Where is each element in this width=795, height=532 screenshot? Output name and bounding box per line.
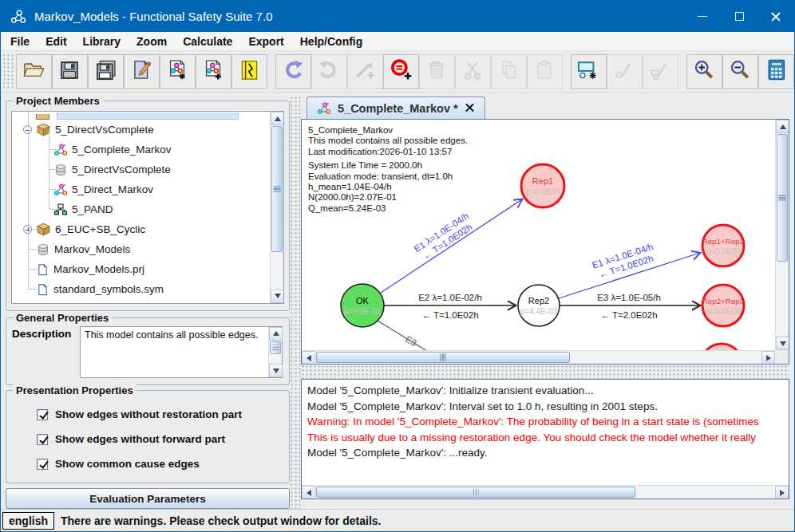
- description-input[interactable]: This model contains all possible edges.: [81, 327, 268, 377]
- copy-button: [491, 54, 527, 89]
- menu-zoom[interactable]: Zoom: [129, 33, 175, 49]
- general-properties-title: General Properties: [13, 312, 112, 324]
- menu-help-config[interactable]: Help/Config: [292, 33, 371, 49]
- state-node-rep2-rep3[interactable]: Rep2+Rep3p=0.0E00: [702, 285, 745, 326]
- tree-item-label: Markov_Models.prj: [53, 263, 144, 275]
- diagram-vertical-scrollbar[interactable]: [775, 120, 789, 350]
- tree-item-6-euc-sb-cyclic[interactable]: 6_EUC+SB_Cyclic: [12, 219, 270, 239]
- save-all-icon: [95, 60, 117, 84]
- zoom-in-button[interactable]: [686, 54, 722, 89]
- add-model-button[interactable]: [196, 54, 231, 89]
- add-restoration-edge-button[interactable]: [383, 54, 419, 89]
- scrollbar-thumb[interactable]: [777, 134, 788, 262]
- tree-guide-line: [28, 269, 38, 270]
- scroll-up-button[interactable]: [269, 327, 283, 341]
- scroll-down-button[interactable]: [776, 337, 789, 350]
- scrollbar-track[interactable]: [315, 351, 761, 364]
- scroll-down-button[interactable]: [269, 364, 283, 377]
- undo-button[interactable]: [275, 54, 311, 89]
- checkbox-checked-icon[interactable]: [37, 459, 48, 470]
- edge-line[interactable]: [559, 253, 700, 298]
- svg-text:← T=1.0E02h: ← T=1.0E02h: [421, 310, 478, 320]
- scroll-up-button[interactable]: [776, 120, 789, 133]
- horizontal-splitter[interactable]: [301, 365, 789, 379]
- menu-export[interactable]: Export: [240, 33, 291, 49]
- new-state-button[interactable]: [571, 54, 607, 89]
- menu-library[interactable]: Library: [75, 33, 129, 49]
- tab-5-complete-markov[interactable]: 5_Complete_Markov *: [307, 97, 485, 119]
- new-model-button[interactable]: [160, 54, 196, 89]
- scrollbar-track[interactable]: [776, 133, 789, 337]
- tree-item-label: Markov_Models: [54, 243, 130, 255]
- edge-line[interactable]: [378, 321, 433, 352]
- calculator-button[interactable]: [758, 54, 794, 89]
- scroll-up-button[interactable]: [271, 112, 284, 125]
- tab-close-icon[interactable]: [465, 103, 475, 113]
- state-node-rep1[interactable]: Rep1p=0.0E00: [521, 164, 564, 207]
- svg-text:p=0.0E00: p=0.0E00: [706, 307, 741, 316]
- svg-text:E3: E3: [404, 334, 418, 349]
- scrollbar-thumb[interactable]: [271, 126, 283, 252]
- tree-item-markov-models[interactable]: Markov_Models: [12, 239, 270, 259]
- menu-file[interactable]: File: [2, 33, 38, 49]
- checkbox-checked-icon[interactable]: [37, 434, 48, 445]
- tab-bar: 5_Complete_Markov *: [301, 96, 789, 119]
- checkbox-show-edges-without-restoration-part[interactable]: Show edges without restoration part: [37, 408, 289, 420]
- menu-calculate[interactable]: Calculate: [175, 33, 240, 49]
- scrollbar-thumb[interactable]: [316, 352, 570, 363]
- scroll-down-button[interactable]: [271, 290, 284, 303]
- state-node-rep2[interactable]: Rep2p=4.4E-03: [518, 285, 560, 326]
- maximize-button[interactable]: [721, 1, 757, 32]
- expand-icon[interactable]: [23, 225, 32, 234]
- collapse-icon[interactable]: [23, 125, 32, 134]
- minimize-button[interactable]: [684, 1, 721, 32]
- edit-properties-button[interactable]: [124, 54, 160, 89]
- tree-item-markov-models-prj[interactable]: Markov_Models.prj: [12, 259, 270, 279]
- evaluation-parameters-button[interactable]: Evaluation Parameters: [6, 488, 290, 509]
- scroll-right-button[interactable]: [761, 351, 775, 365]
- language-selector[interactable]: english: [2, 512, 54, 530]
- scrollbar-thumb[interactable]: [316, 487, 635, 498]
- checkbox-label: Show common cause edges: [55, 458, 200, 470]
- library-button[interactable]: [231, 54, 267, 89]
- delete-button: [419, 54, 455, 89]
- menu-edit[interactable]: Edit: [38, 33, 74, 49]
- diagram-info-line: System Life Time = 2000.0h: [308, 160, 422, 170]
- output-log[interactable]: Model '5_Complete_Markov': Initialize tr…: [307, 383, 787, 484]
- svg-text:Rep2+Rep3: Rep2+Rep3: [702, 297, 745, 305]
- edit-restoration-edge-button: [643, 54, 678, 89]
- scrollbar-track[interactable]: [269, 341, 282, 364]
- close-button[interactable]: [757, 1, 794, 32]
- right-column: 5_Complete_Markov * 5_Complete_MarkovThi…: [301, 96, 789, 509]
- toolbar-drag-handle[interactable]: [2, 53, 14, 90]
- scroll-left-button[interactable]: [302, 486, 315, 499]
- output-horizontal-scrollbar[interactable]: [302, 485, 789, 499]
- zoom-out-button[interactable]: [722, 54, 758, 89]
- state-node-rep1-rep2[interactable]: Rep1+Rep2p=0.0E00: [702, 225, 745, 266]
- scrollbar-thumb[interactable]: [270, 341, 281, 354]
- calculator-icon: [765, 58, 787, 85]
- state-node-ok[interactable]: OKp=9.9E-01: [341, 284, 384, 327]
- tree-item-5-directvscomplete[interactable]: 5_DirectVsComplete: [12, 120, 270, 140]
- checkbox-checked-icon[interactable]: [37, 409, 48, 420]
- save-all-button[interactable]: [88, 54, 124, 89]
- scrollbar-track[interactable]: [271, 125, 283, 290]
- save-button[interactable]: [52, 54, 88, 89]
- library-icon: [239, 59, 260, 85]
- tree-item-label: 5_DirectVsComplete: [72, 164, 171, 175]
- tree-vertical-scrollbar[interactable]: [270, 112, 283, 303]
- markov-diagram-canvas[interactable]: 5_Complete_MarkovThis model contains all…: [302, 120, 777, 352]
- edge-line[interactable]: [381, 199, 522, 293]
- tree-item-partial-selected[interactable]: [12, 112, 270, 120]
- undo-icon: [282, 59, 304, 85]
- description-scrollbar[interactable]: [268, 327, 282, 377]
- scroll-left-button[interactable]: [302, 351, 315, 365]
- scrollbar-track[interactable]: [315, 486, 775, 499]
- checkbox-show-common-cause-edges[interactable]: Show common cause edges: [37, 458, 289, 470]
- tree-item-standard-symbols-sym[interactable]: standard_symbols.sym: [12, 279, 270, 299]
- open-button[interactable]: [16, 54, 52, 89]
- checkbox-show-edges-without-forward-part[interactable]: Show edges without forward part: [37, 433, 289, 445]
- vertical-splitter[interactable]: [290, 96, 301, 509]
- diagram-horizontal-scrollbar[interactable]: [302, 350, 775, 364]
- scroll-right-button[interactable]: [775, 486, 789, 499]
